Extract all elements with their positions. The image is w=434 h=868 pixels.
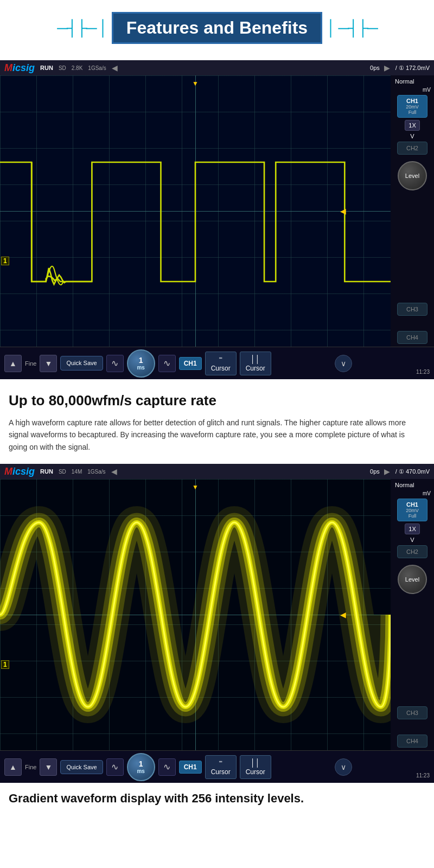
scope2-up-button[interactable]: ▲ (4, 758, 22, 776)
scope1-fine-label: Fine (25, 360, 36, 367)
header-wrapper: ─┤├─ │ Features and Benefits │ ─┤├─ (0, 0, 434, 60)
scope1-time-knob[interactable]: 1 ms (127, 349, 155, 378)
scope1-ch1-label: CH1 (399, 98, 426, 104)
scope2-ch4-button[interactable]: CH4 (397, 735, 427, 748)
scope1-ch1-button[interactable]: CH1 20mVFull (397, 95, 427, 118)
scope2-storage: SD (59, 469, 66, 475)
scope1-cursor1-label: Cursor (211, 365, 231, 372)
scope1-quick-save-button[interactable]: Quick Save (60, 356, 103, 370)
scope1-run-status: RUN (40, 65, 53, 71)
scope1-cursor2-label: Cursor (246, 365, 265, 372)
scope2-ch1-detail: 20mVFull (399, 508, 426, 519)
scope1-time-unit: ms (137, 365, 144, 371)
scope1-waveform (0, 75, 391, 347)
scope2-samplerate: 1GSa/s (87, 469, 105, 475)
scope1-ch1-tag[interactable]: CH1 (179, 357, 202, 370)
scope1-section: Micsig RUN SD 2.8K 1GSa/s ◀ 0ps ▶ / ① 17… (0, 60, 434, 379)
scope1-more-button[interactable]: ∨ (335, 355, 352, 372)
scope2-ch1-indicator: 1 (1, 660, 9, 669)
scope2-level-knob[interactable]: Level (398, 565, 427, 594)
scope1-cursor1-button[interactable]: ⁼ Cursor (205, 352, 237, 375)
scope1-bottombar: ▲ Fine ▼ Quick Save ∿ 1 ms ∿ CH1 ⁼ Curso… (0, 347, 434, 379)
scope1-1x-button[interactable]: 1X (405, 120, 419, 131)
scope1-wave-left-button[interactable]: ∿ (106, 355, 124, 372)
scope2-cursor1-icon: ⁼ (219, 758, 222, 767)
scope1-ch3-button[interactable]: CH3 (397, 303, 427, 316)
scope2-ch1-tag[interactable]: CH1 (179, 761, 202, 774)
scope1-time-nav: ◀ 0ps ▶ (112, 63, 390, 72)
scope1-time-display: 11:23 (416, 369, 430, 376)
scope1-time-value: 1 (139, 356, 143, 365)
scope1-storage: SD (59, 65, 66, 71)
scope1-v-label: V (410, 133, 414, 139)
scope2-down-button[interactable]: ▼ (40, 758, 57, 776)
scope2-ch1-label: CH1 (399, 501, 426, 508)
scope1-container: Micsig RUN SD 2.8K 1GSa/s ◀ 0ps ▶ / ① 17… (0, 60, 434, 379)
section1-body: A high waveform capture rate allows for … (9, 417, 425, 453)
scope1-ch4-button[interactable]: CH4 (397, 331, 427, 344)
scope2-main: ▼ (0, 479, 434, 750)
scope2-wave-left-button[interactable]: ∿ (106, 758, 124, 776)
scope2-ch3-button[interactable]: CH3 (397, 706, 427, 719)
scope1-cursor1-icon: ⁼ (219, 355, 222, 363)
scope2-right-arrow[interactable]: ▶ (384, 467, 390, 476)
scope2-quick-save-button[interactable]: Quick Save (60, 760, 103, 774)
scope1-level-knob[interactable]: Level (398, 161, 427, 190)
scope2-waveform (0, 479, 391, 750)
scope1-level-label: Level (405, 173, 419, 179)
scope1-down-button[interactable]: ▼ (40, 355, 57, 372)
scope1-right-arrow[interactable]: ▶ (384, 63, 390, 72)
scope2-time-value: 1 (139, 760, 143, 768)
scope2-cursor1-label: Cursor (211, 768, 231, 776)
section1-container: Up to 80,000wfm/s capture rate A high wa… (0, 379, 434, 464)
scope2-cursor1-button[interactable]: ⁼ Cursor (205, 755, 237, 779)
scope1-logo: Micsig (4, 62, 35, 74)
scope1-mv-label: mV (423, 87, 431, 93)
section1-title: Up to 80,000wfm/s capture rate (9, 392, 425, 409)
scope2-time-nav: ◀ 0ps ▶ (111, 467, 390, 476)
scope1-samples: 2.8K (72, 65, 83, 71)
section2-title: Gradient waveform display with 256 inten… (0, 783, 434, 811)
scope2-ch1-button[interactable]: CH1 20mVFull (397, 499, 427, 521)
scope1-cursor2-button[interactable]: ││ Cursor (240, 352, 271, 375)
scope2-wave-right-button[interactable]: ∿ (158, 758, 176, 776)
scope1-triginfo: / ① 172.0mV (395, 65, 430, 72)
scope1-normal-label: Normal (395, 78, 414, 85)
header-deco-right: │ ─┤├─ (327, 20, 377, 37)
scope2-cursor2-button[interactable]: ││ Cursor (240, 755, 271, 779)
scope2-cursor2-label: Cursor (246, 768, 265, 776)
scope1-ch2-button[interactable]: CH2 (397, 142, 427, 155)
header-deco-left: ─┤├─ │ (57, 20, 107, 37)
scope1-cursor2-icon: ││ (251, 355, 260, 363)
scope2-cursor2-icon: ││ (251, 758, 260, 767)
scope2-more-button[interactable]: ∨ (335, 758, 352, 776)
header-title: Features and Benefits (112, 12, 322, 44)
scope2-time-knob[interactable]: 1 ms (127, 753, 155, 781)
scope1-left-arrow[interactable]: ◀ (112, 63, 118, 72)
section2-title-text: Gradient waveform display with 256 inten… (9, 792, 304, 805)
scope2-level-arrow: ◀ (340, 610, 346, 619)
scope2-timebase: 0ps (370, 468, 380, 475)
scope2-v-label: V (410, 537, 414, 543)
scope1-topbar: Micsig RUN SD 2.8K 1GSa/s ◀ 0ps ▶ / ① 17… (0, 60, 434, 75)
scope2-time-unit: ms (137, 768, 144, 774)
scope2-level-label: Level (405, 576, 419, 583)
scope1-level-arrow: ◀ (340, 207, 346, 215)
scope1-ch1-detail: 20mVFull (399, 104, 426, 115)
scope2-1x-button[interactable]: 1X (405, 524, 419, 534)
scope2-screen: ▼ (0, 479, 391, 750)
header-section: ─┤├─ │ Features and Benefits │ ─┤├─ (0, 7, 434, 49)
scope1-up-button[interactable]: ▲ (4, 355, 22, 372)
scope2-left-arrow[interactable]: ◀ (111, 467, 117, 476)
scope1-samplerate: 1GSa/s (88, 65, 106, 71)
scope2-topbar: Micsig RUN SD 14M 1GSa/s ◀ 0ps ▶ / ① 470… (0, 464, 434, 479)
scope2-time-display: 11:23 (416, 773, 430, 780)
scope2-ch2-button[interactable]: CH2 (397, 545, 427, 558)
scope2-triginfo: / ① 470.0mV (395, 468, 430, 475)
scope2-samples: 14M (72, 469, 82, 475)
scope1-wave-right-button[interactable]: ∿ (158, 355, 176, 372)
scope1-timebase: 0ps (370, 65, 380, 71)
header-line: ─┤├─ │ Features and Benefits │ ─┤├─ (57, 12, 377, 44)
scope2-run-status: RUN (40, 468, 53, 475)
scope2-normal-label: Normal (395, 482, 414, 488)
